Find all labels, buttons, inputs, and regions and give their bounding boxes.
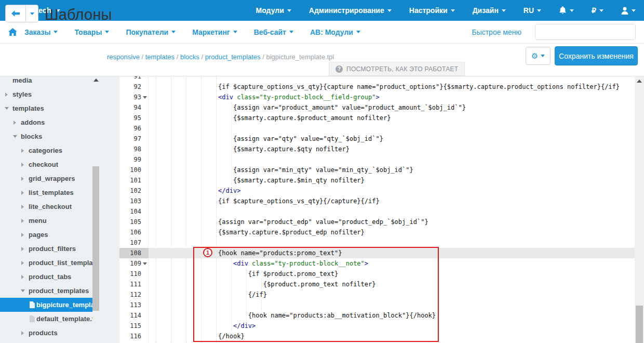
expand-icon[interactable] <box>5 93 8 97</box>
code-text[interactable]: <div class="ty-product-block__field-grou… <box>149 92 635 102</box>
expand-icon[interactable] <box>21 191 24 195</box>
code-editor[interactable]: 9192 {if $capture_options_vs_qty}{captur… <box>119 76 644 343</box>
topbar-menu-дизайн[interactable]: Дизайн <box>473 6 506 15</box>
code-text[interactable]: {if $capture_options_vs_qty}{capture nam… <box>149 82 635 92</box>
fold-toggle-icon[interactable] <box>143 262 147 265</box>
nav-item-заказы[interactable]: Заказы <box>24 28 58 36</box>
page-title: Шаблоны <box>45 6 112 23</box>
tree-file-default_template.tp[interactable]: default_template.tp <box>0 312 92 326</box>
code-text[interactable]: {/hook} <box>149 331 635 341</box>
search-button[interactable] <box>635 24 636 39</box>
tree-folder-blocks[interactable]: blocks <box>0 129 92 143</box>
code-text[interactable]: </div> <box>149 321 635 331</box>
tree-folder-product_filters[interactable]: product_filters <box>0 242 92 256</box>
tree-folder-styles[interactable]: styles <box>0 87 92 101</box>
expand-icon[interactable] <box>21 205 24 209</box>
collapse-icon[interactable] <box>21 289 25 292</box>
tree-folder-templates[interactable]: templates <box>0 101 92 115</box>
editor-scroll-up-icon[interactable] <box>637 80 642 83</box>
code-text[interactable] <box>149 238 635 248</box>
code-text[interactable] <box>149 123 635 134</box>
topbar-menu-ru[interactable]: RU <box>524 6 541 15</box>
code-text[interactable] <box>149 76 635 82</box>
code-text[interactable]: {hook name="products:ab__motivation_bloc… <box>149 310 635 321</box>
tree-folder-media[interactable]: media <box>0 76 92 87</box>
tree-folder-product_tabs[interactable]: product_tabs <box>0 270 92 284</box>
back-dropdown-button[interactable] <box>25 5 38 22</box>
expand-icon[interactable] <box>21 275 24 279</box>
code-text[interactable]: {assign var="product_edp" value="product… <box>149 217 635 227</box>
code-text[interactable] <box>149 206 635 217</box>
code-text[interactable]: </div> <box>149 186 635 196</box>
code-text[interactable]: {assign var="qty" value="qty_`$obj_id`"} <box>149 134 635 144</box>
home-icon[interactable] <box>8 28 17 36</box>
tree-folder-addons[interactable]: addons <box>0 115 92 129</box>
code-text[interactable]: {assign var="min_qty" value="min_qty_`$o… <box>149 165 635 175</box>
breadcrumb-link[interactable]: responsive <box>107 53 140 61</box>
line-number: 96 <box>119 123 149 134</box>
breadcrumb-link[interactable]: product_templates <box>205 53 261 61</box>
settings-gear-button[interactable]: ⚙ <box>526 47 551 65</box>
collapse-icon[interactable] <box>13 135 17 138</box>
search-input[interactable] <box>535 24 635 39</box>
topbar-menu-администрирование[interactable]: Администрирование <box>309 6 392 15</box>
expand-icon[interactable] <box>21 261 24 265</box>
code-text[interactable]: {if $product.promo_text} <box>149 269 635 279</box>
editor-scrollbar-thumb[interactable] <box>636 306 643 343</box>
fold-toggle-icon[interactable] <box>143 96 147 99</box>
nav-item-товары[interactable]: Товары <box>74 28 109 36</box>
nav-item-маркетинг[interactable]: Маркетинг <box>192 28 237 36</box>
save-changes-button[interactable]: Сохранить изменения <box>555 46 638 65</box>
expand-icon[interactable] <box>21 247 24 251</box>
topbar-menu-настройки[interactable]: Настройки <box>409 6 455 15</box>
code-text[interactable]: {$smarty.capture.$qty nofilter} <box>149 144 635 154</box>
breadcrumb-link[interactable]: blocks <box>180 53 199 61</box>
tree-folder-products[interactable]: products <box>0 326 92 340</box>
tree-scroll-up-icon[interactable] <box>93 78 99 82</box>
expand-icon[interactable] <box>21 331 24 335</box>
tree-file-bigpicture_template[interactable]: bigpicture_template <box>0 298 92 312</box>
tree-folder-product_list_template[interactable]: product_list_template <box>0 256 92 270</box>
code-text[interactable]: {$smarty.capture.$product_edp nofilter} <box>149 227 635 238</box>
tree-folder-pages[interactable]: pages <box>0 228 92 242</box>
expand-icon[interactable] <box>21 233 24 237</box>
expand-icon[interactable] <box>21 219 24 223</box>
tree-folder-menu[interactable]: menu <box>0 214 92 228</box>
notifications-menu[interactable] <box>559 6 574 15</box>
breadcrumb-link[interactable]: templates <box>145 53 175 61</box>
tree-folder-lite_checkout[interactable]: lite_checkout <box>0 200 92 214</box>
code-text[interactable]: {assign var="product_amount" value="prod… <box>149 102 635 113</box>
code-text[interactable]: {$smarty.capture.$min_qty nofilter} <box>149 175 635 186</box>
code-text[interactable]: {hook name="products:promo_text"} <box>149 248 635 258</box>
code-text[interactable]: {$product.promo_text nofilter} <box>149 279 635 289</box>
collapse-icon[interactable] <box>5 107 9 110</box>
user-menu[interactable] <box>621 7 636 15</box>
annotation-marker: 1 <box>203 248 212 257</box>
code-text[interactable] <box>149 154 635 165</box>
nav-item-ав-модули[interactable]: АВ: Модули <box>310 28 360 36</box>
quick-menu-link[interactable]: Быстрое меню <box>472 28 521 36</box>
expand-icon[interactable] <box>21 177 24 181</box>
how-it-works-tooltip[interactable]: ? ПОСМОТРЕТЬ, КАК ЭТО РАБОТАЕТ <box>329 62 465 76</box>
topbar-menu-модули[interactable]: Модули <box>256 6 291 15</box>
nav-item-покупатели[interactable]: Покупатели <box>126 28 176 36</box>
code-text[interactable]: {/if} <box>149 289 635 300</box>
code-text[interactable]: <div class="ty-product-block__note"> <box>149 258 635 269</box>
back-button[interactable] <box>6 5 25 22</box>
expand-icon[interactable] <box>21 163 24 167</box>
code-text[interactable]: {if $capture_options_vs_qty}{/capture}{/… <box>149 196 635 206</box>
tree-folder-list_templates[interactable]: list_templates <box>0 186 92 200</box>
code-text[interactable]: {$smarty.capture.$product_amount nofilte… <box>149 113 635 123</box>
code-line-100: 100 {assign var="min_qty" value="min_qty… <box>119 165 635 175</box>
expand-icon[interactable] <box>14 121 16 125</box>
code-text[interactable] <box>149 300 635 310</box>
editor-scrollbar[interactable] <box>635 76 644 343</box>
tree-folder-grid_wrappers[interactable]: grid_wrappers <box>0 172 92 186</box>
currency-menu[interactable]: ₽ <box>592 6 603 15</box>
tree-scrollbar-thumb[interactable] <box>92 166 99 311</box>
tree-folder-product_templates[interactable]: product_templates <box>0 284 92 298</box>
nav-item-веб-сайт[interactable]: Веб-сайт <box>254 28 293 36</box>
tree-folder-categories[interactable]: categories <box>0 143 92 157</box>
expand-icon[interactable] <box>21 149 24 153</box>
tree-folder-checkout[interactable]: checkout <box>0 157 92 172</box>
